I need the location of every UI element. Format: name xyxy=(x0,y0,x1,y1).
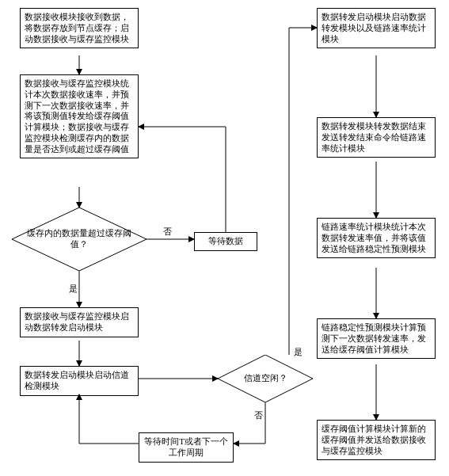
node-recv-store: 数据接收模块接收到数据，将数据存放到节点缓存；启动数据接收与缓存监控模块 xyxy=(20,8,139,48)
node-threshold-decision: 缓存内的数据量超过缓存阈值？ xyxy=(12,208,146,271)
node-start-channel-detect: 数据转发启动模块启动信道检测模块 xyxy=(20,366,139,396)
node-text: 数据接收模块接收到数据，将数据存放到节点缓存；启动数据接收与缓存监控模块 xyxy=(25,12,129,44)
edge-label-yes-2: 是 xyxy=(293,347,303,358)
node-channel-idle-decision: 信道空闲？ xyxy=(218,355,313,402)
node-text: 等待时间T或者下一个工作周期 xyxy=(144,436,228,457)
node-forward-end: 数据转发模块转发数据结束发送转发结束命令给链路速率统计模块 xyxy=(317,117,436,158)
node-text: 缓存内的数据量超过缓存阈值？ xyxy=(25,228,134,250)
node-text: 信道空闲？ xyxy=(244,373,287,384)
edge-label-no-2: 否 xyxy=(253,410,264,421)
node-text: 数据接收与缓存监控模块启动数据转发启动模块 xyxy=(25,311,129,332)
node-predict-next: 链路稳定性预测模块计算预测下一次数据转发速率，发送给缓存阈值计算模块 xyxy=(317,318,436,359)
node-start-forward: 数据接收与缓存监控模块启动数据转发启动模块 xyxy=(20,307,139,337)
node-text: 数据转发启动模块启动数据转发模块以及链路速率统计模块 xyxy=(322,12,426,44)
node-stat-rate: 链路速率统计模块统计本次数据转发速率值，并将该值发送给链路稳定性预测模块 xyxy=(317,218,436,258)
node-text: 数据接收与缓存监控模块统计本次数据接收速率，并预测下一次数据接收速率，并将该预测… xyxy=(25,78,129,154)
node-text: 缓存阈值计算模块计算新的缓存阈值并发送给数据接收与缓存监控模块 xyxy=(322,424,426,455)
edge-label-no-1: 否 xyxy=(162,227,173,238)
node-calc-threshold: 缓存阈值计算模块计算新的缓存阈值并发送给数据接收与缓存监控模块 xyxy=(317,420,436,460)
node-text: 等待数据 xyxy=(208,236,243,246)
node-text: 链路速率统计模块统计本次数据转发速率值，并将该值发送给链路稳定性预测模块 xyxy=(322,222,426,253)
node-monitor: 数据接收与缓存监控模块统计本次数据接收速率，并预测下一次数据接收速率，并将该预测… xyxy=(20,74,139,158)
node-start-modules: 数据转发启动模块启动数据转发模块以及链路速率统计模块 xyxy=(317,8,436,48)
node-text: 数据转发启动模块启动信道检测模块 xyxy=(25,370,129,390)
node-text: 数据转发模块转发数据结束发送转发结束命令给链路速率统计模块 xyxy=(322,121,426,153)
node-wait-data: 等待数据 xyxy=(194,232,257,251)
node-text: 链路稳定性预测模块计算预测下一次数据转发速率，发送给缓存阈值计算模块 xyxy=(322,322,426,354)
node-wait-t: 等待时间T或者下一个工作周期 xyxy=(139,432,234,463)
edge-label-yes-1: 是 xyxy=(68,284,78,295)
